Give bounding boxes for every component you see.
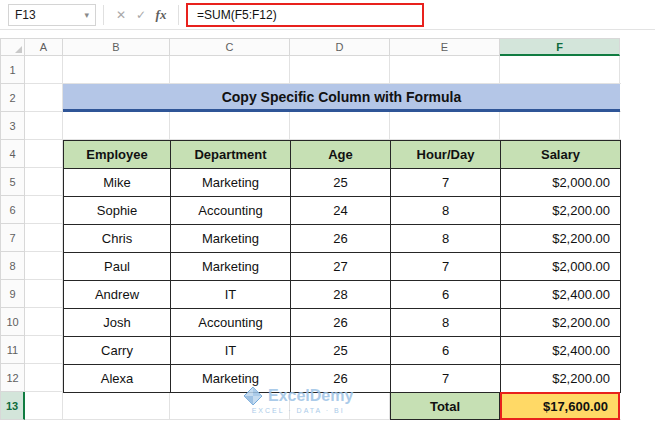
table-cell[interactable]: Marketing	[171, 169, 291, 197]
row-header-5[interactable]: 5	[0, 168, 25, 196]
table-cell[interactable]: 8	[391, 197, 501, 225]
table-cell[interactable]: $2,000.00	[501, 169, 621, 197]
table-cell[interactable]: Marketing	[171, 365, 291, 393]
table-cell[interactable]: IT	[171, 337, 291, 365]
table-cell[interactable]: 7	[391, 169, 501, 197]
table-header-cell[interactable]: Age	[291, 141, 391, 169]
title-banner[interactable]: Copy Specific Column with Formula	[63, 84, 620, 112]
insert-function-icon[interactable]: fx	[151, 4, 171, 26]
table-cell[interactable]: 6	[391, 337, 501, 365]
table-cell[interactable]: Chris	[64, 225, 171, 253]
cancel-icon[interactable]: ✕	[111, 4, 131, 26]
table-cell[interactable]: 26	[291, 365, 391, 393]
formula-annotation-box: =SUM(F5:F12)	[186, 3, 424, 27]
data-table: Employee Department Age Hour/Day Salary …	[63, 140, 621, 393]
table-cell[interactable]: $2,400.00	[501, 281, 621, 309]
row-header-12[interactable]: 12	[0, 364, 25, 392]
row-headers: 1 2 3 4 5 6 7 8 9 10 11 12 13	[0, 56, 25, 420]
table-cell[interactable]: Sophie	[64, 197, 171, 225]
table-cell[interactable]: $2,200.00	[501, 225, 621, 253]
table-cell[interactable]: 25	[291, 169, 391, 197]
column-headers: A B C D E F	[25, 38, 620, 56]
table-cell[interactable]: 8	[391, 309, 501, 337]
name-box-value: F13	[15, 8, 36, 22]
formula-text: =SUM(F5:F12)	[197, 8, 277, 22]
row-header-8[interactable]: 8	[0, 252, 25, 280]
table-cell[interactable]: Alexa	[64, 365, 171, 393]
row-header-1[interactable]: 1	[0, 56, 25, 84]
table-cell[interactable]: 26	[291, 225, 391, 253]
row-header-9[interactable]: 9	[0, 280, 25, 308]
table-cell[interactable]: $2,000.00	[501, 253, 621, 281]
formula-bar-divider	[103, 5, 104, 25]
table-header-cell[interactable]: Department	[171, 141, 291, 169]
table-cell[interactable]: Marketing	[171, 253, 291, 281]
name-box[interactable]: F13 ▾	[8, 4, 96, 26]
table-cell[interactable]: Paul	[64, 253, 171, 281]
total-label-cell[interactable]: Total	[390, 392, 500, 420]
row-header-2[interactable]: 2	[0, 84, 25, 112]
table-cell[interactable]: 28	[291, 281, 391, 309]
column-header-b[interactable]: B	[63, 38, 170, 56]
row-header-6[interactable]: 6	[0, 196, 25, 224]
row-header-7[interactable]: 7	[0, 224, 25, 252]
name-box-dropdown-icon[interactable]: ▾	[84, 10, 89, 20]
table-cell[interactable]: 26	[291, 309, 391, 337]
table-header-cell[interactable]: Employee	[64, 141, 171, 169]
table-cell[interactable]: Andrew	[64, 281, 171, 309]
row-header-13-selected[interactable]: 13	[0, 392, 25, 420]
column-header-f-selected[interactable]: F	[500, 38, 620, 56]
table-cell[interactable]: 7	[391, 365, 501, 393]
table-cell[interactable]: Accounting	[171, 309, 291, 337]
table-cell[interactable]: 27	[291, 253, 391, 281]
table-cell[interactable]: $2,200.00	[501, 365, 621, 393]
sheet-grid[interactable]: Copy Specific Column with Formula Employ…	[25, 56, 621, 420]
table-cell[interactable]: 24	[291, 197, 391, 225]
row-header-3[interactable]: 3	[0, 112, 25, 140]
table-cell[interactable]: $2,200.00	[501, 309, 621, 337]
column-header-a[interactable]: A	[25, 38, 63, 56]
table-cell[interactable]: 6	[391, 281, 501, 309]
column-header-e[interactable]: E	[390, 38, 500, 56]
select-all-corner[interactable]	[0, 38, 25, 56]
excel-window: F13 ▾ ✕ ✓ fx =SUM(F5:F12) A B C D E F 1 …	[0, 0, 655, 429]
table-cell[interactable]: $2,400.00	[501, 337, 621, 365]
table-cell[interactable]: IT	[171, 281, 291, 309]
enter-icon[interactable]: ✓	[131, 4, 151, 26]
table-cell[interactable]: 7	[391, 253, 501, 281]
table-cell[interactable]: 25	[291, 337, 391, 365]
table-cell[interactable]: Josh	[64, 309, 171, 337]
row-header-10[interactable]: 10	[0, 308, 25, 336]
table-header-cell[interactable]: Hour/Day	[391, 141, 501, 169]
formula-bar-divider	[178, 5, 179, 25]
watermark-tagline: EXCEL · DATA · BI	[252, 407, 345, 414]
column-header-d[interactable]: D	[290, 38, 390, 56]
table-cell[interactable]: Accounting	[171, 197, 291, 225]
row-header-11[interactable]: 11	[0, 336, 25, 364]
table-cell[interactable]: Carry	[64, 337, 171, 365]
table-cell[interactable]: $2,200.00	[501, 197, 621, 225]
table-cell[interactable]: Marketing	[171, 225, 291, 253]
formula-bar: F13 ▾ ✕ ✓ fx =SUM(F5:F12)	[0, 0, 655, 30]
column-header-c[interactable]: C	[170, 38, 290, 56]
selected-cell-f13[interactable]: $17,600.00	[500, 392, 620, 420]
table-header-cell[interactable]: Salary	[501, 141, 621, 169]
table-cell[interactable]: 8	[391, 225, 501, 253]
table-cell[interactable]: Mike	[64, 169, 171, 197]
row-header-4[interactable]: 4	[0, 140, 25, 168]
formula-input[interactable]: =SUM(F5:F12)	[186, 0, 655, 29]
